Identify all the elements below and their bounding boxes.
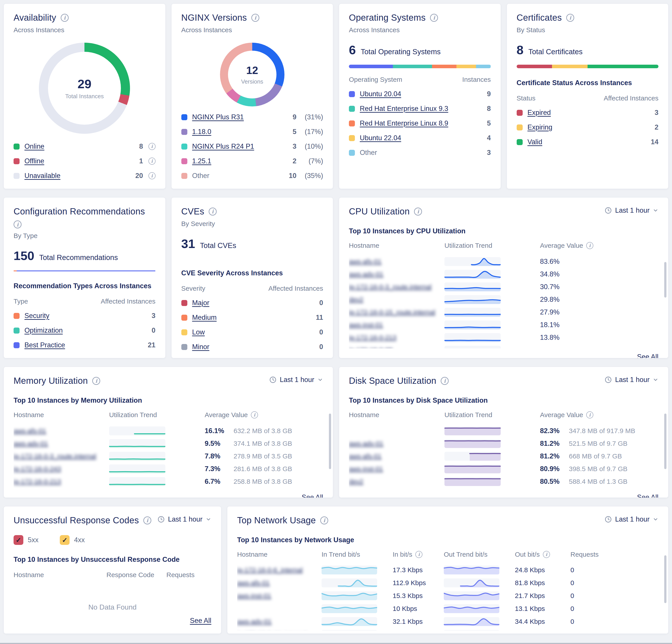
sparkline-track: [444, 295, 501, 304]
hostname-link-blurred[interactable]: aws-adv-01: [237, 618, 322, 625]
hostname-link-blurred[interactable]: aws-adv-01: [14, 440, 109, 447]
info-icon[interactable]: i: [251, 412, 258, 418]
response-code-filter-4xx[interactable]: ✓4xx: [60, 535, 85, 545]
hostname-link-blurred[interactable]: ip-172-16-0-3_route.internal: [349, 283, 444, 291]
info-icon[interactable]: i: [251, 14, 259, 22]
memory-section-header: Top 10 Instances by Memory Utilization: [14, 396, 323, 404]
hostname-link-blurred[interactable]: ip-172-16-0-213: [14, 478, 109, 485]
hostname-link-blurred[interactable]: aws-afs-01: [237, 579, 322, 587]
legend-swatch: [349, 135, 355, 141]
legend-label[interactable]: Red Hat Enterprise Linux 9.3: [360, 105, 448, 113]
info-icon[interactable]: i: [415, 551, 422, 558]
hostname-link-blurred[interactable]: ip-172-16-0-213: [349, 334, 444, 341]
info-icon[interactable]: i: [543, 551, 550, 558]
hostname-link-blurred[interactable]: dev2: [349, 296, 444, 303]
nginx-versions-total-label: Versions: [241, 78, 263, 85]
sparkline-chart: [444, 295, 501, 304]
info-icon[interactable]: i: [414, 207, 422, 216]
legend-count: 21: [148, 341, 155, 349]
disk-table-row: aws-inst-0180.9%398.5 MB of 9.7 GB: [349, 463, 658, 475]
memory-title: Memory Utilization: [14, 376, 88, 386]
network-scrollbar[interactable]: [664, 555, 667, 603]
info-icon[interactable]: i: [148, 172, 156, 179]
hostname-link-blurred[interactable]: aws-adv-01: [349, 440, 444, 447]
sparkline-chart: [109, 427, 165, 435]
info-icon[interactable]: i: [143, 516, 151, 524]
cert-col-affected: Affected Instances: [604, 94, 658, 102]
legend-label[interactable]: Online: [24, 142, 45, 151]
sparkline-chart: [444, 579, 499, 587]
memory-see-all-link[interactable]: See All: [302, 493, 323, 498]
legend-label[interactable]: NGINX Plus R24 P1: [192, 142, 254, 151]
memory-time-range-dropdown[interactable]: Last 1 hour: [269, 376, 323, 384]
legend-label[interactable]: Low: [192, 328, 205, 336]
info-icon[interactable]: i: [441, 377, 449, 385]
hostname-link-blurred[interactable]: aws-afs-01: [349, 452, 444, 460]
network-table-row: 10 Kbps13.1 Kbps0: [237, 602, 658, 615]
legend-label[interactable]: NGINX Plus R31: [192, 113, 244, 121]
hostname-link-blurred[interactable]: aws-inst-01: [237, 592, 322, 599]
checkbox-5xx[interactable]: ✓: [14, 535, 23, 545]
hostname-link-blurred[interactable]: ip-172-16-0-3_route.internal: [14, 452, 109, 460]
page-bottom-edge: [0, 643, 672, 644]
hostname-link-blurred[interactable]: dev2: [349, 478, 444, 485]
legend-label[interactable]: Optimization: [24, 326, 63, 334]
legend-label[interactable]: 1.18.0: [192, 128, 211, 136]
legend-label[interactable]: Major: [192, 299, 209, 307]
out-bits-value: 24.8 Kbps: [515, 566, 571, 574]
cpu-scrollbar[interactable]: [664, 262, 667, 298]
legend-label[interactable]: Expiring: [528, 123, 552, 131]
hostname-link-blurred[interactable]: aws-inst-01: [349, 465, 444, 473]
legend-label[interactable]: Medium: [192, 313, 217, 322]
response-codes-see-all-link[interactable]: See All: [190, 617, 211, 624]
info-icon[interactable]: i: [14, 220, 22, 228]
info-icon[interactable]: i: [320, 516, 328, 524]
hostname-link-blurred[interactable]: ip-172-16-0-15_route.internal: [349, 308, 444, 316]
hostname-link-blurred[interactable]: aws-adv-01: [349, 271, 444, 278]
info-icon[interactable]: i: [430, 14, 438, 22]
disk-see-all-link[interactable]: See All: [637, 493, 658, 498]
memory-scrollbar[interactable]: [329, 414, 331, 469]
info-icon[interactable]: i: [566, 14, 574, 22]
availability-donut-chart[interactable]: 29 Total Instances: [39, 43, 130, 134]
legend-label[interactable]: Ubuntu 22.04: [360, 134, 401, 142]
checkbox-4xx[interactable]: ✓: [60, 535, 70, 545]
hostname-link-blurred[interactable]: aws-afs-01: [349, 258, 444, 265]
legend-label[interactable]: Ubuntu 20.04: [360, 90, 401, 98]
info-icon[interactable]: i: [148, 157, 156, 165]
legend-label[interactable]: Offline: [24, 157, 44, 165]
info-icon[interactable]: i: [148, 143, 156, 150]
info-icon[interactable]: i: [586, 242, 593, 249]
os-distribution-bar: [349, 65, 491, 68]
legend-label[interactable]: Valid: [528, 138, 542, 146]
info-icon[interactable]: i: [92, 377, 100, 385]
legend-label[interactable]: Red Hat Enterprise Linux 8.9: [360, 119, 448, 127]
legend-label[interactable]: Best Practice: [24, 341, 65, 349]
network-time-range-dropdown[interactable]: Last 1 hour: [604, 515, 658, 523]
utilization-percent: 81.2%: [540, 452, 563, 460]
hostname-link-blurred[interactable]: ip-172-16-0-6_internal: [237, 566, 322, 574]
legend-label[interactable]: Security: [24, 312, 49, 320]
response-code-filter-5xx[interactable]: ✓5xx: [14, 535, 38, 545]
hostname-link-blurred[interactable]: ip-172-16-0-98: [349, 346, 444, 349]
disk-scrollbar[interactable]: [664, 414, 667, 469]
network-section-header: Top 10 Instances by Network Usage: [237, 536, 658, 544]
bar-segment: [393, 65, 432, 68]
legend-label[interactable]: Minor: [192, 343, 209, 351]
cpu-see-all-link[interactable]: See All: [637, 353, 658, 358]
response-codes-time-range-dropdown[interactable]: Last 1 hour: [157, 515, 211, 523]
disk-time-range-dropdown[interactable]: Last 1 hour: [604, 376, 658, 384]
hostname-link-blurred[interactable]: ip-172-16-0-243: [14, 465, 109, 473]
list-item: Other3: [349, 149, 491, 157]
cpu-time-range-dropdown[interactable]: Last 1 hour: [604, 206, 658, 214]
legend-label[interactable]: 1.25.1: [192, 157, 211, 165]
hostname-link-blurred[interactable]: aws-inst-01: [349, 321, 444, 329]
hostname-link-blurred[interactable]: aws-afs-01: [14, 427, 109, 435]
legend-label[interactable]: Expired: [528, 109, 551, 117]
info-icon[interactable]: i: [61, 14, 69, 22]
legend-label[interactable]: Unavailable: [24, 172, 60, 180]
response-code-filters: ✓5xx✓4xx: [14, 535, 211, 545]
nginx-versions-donut-chart[interactable]: 12 Versions: [220, 43, 285, 106]
info-icon[interactable]: i: [209, 207, 217, 216]
info-icon[interactable]: i: [586, 412, 593, 418]
